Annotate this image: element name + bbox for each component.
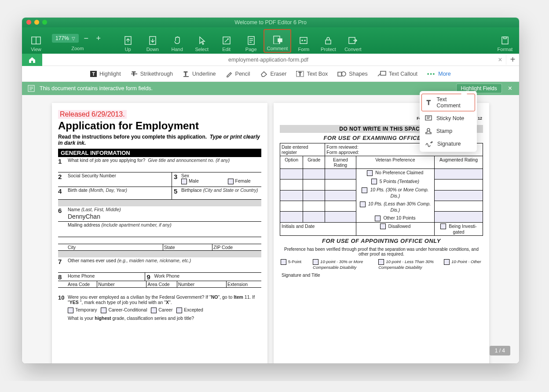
more-tool[interactable]: ••• More: [427, 71, 451, 77]
zoom-out-button[interactable]: −: [81, 34, 91, 43]
tab-close-button[interactable]: ×: [494, 56, 506, 64]
zoom-value: 177%: [55, 35, 69, 41]
page-1: Released 6/29/2013. Application for Empl…: [52, 103, 267, 363]
eraser-tool[interactable]: Eraser: [260, 71, 287, 77]
zoom-in-button[interactable]: +: [94, 34, 103, 43]
window-title: Welcome to PDF Editor 6 Pro: [22, 19, 519, 26]
app-window: Welcome to PDF Editor 6 Pro View 177% ▽ …: [22, 18, 519, 363]
tab-bar: employment-application-form.pdf × +: [22, 54, 519, 66]
underline-icon: T: [183, 70, 190, 77]
notice-close-button[interactable]: ×: [506, 84, 514, 92]
form-button[interactable]: Form: [291, 29, 316, 53]
svg-rect-15: [502, 37, 508, 44]
examining-table: Date entered register Form reviewed:Form…: [280, 143, 483, 236]
zoom-select[interactable]: 177% ▽: [52, 34, 79, 43]
form-instructions: Read the instructions before you complet…: [58, 134, 261, 146]
text-comment-item[interactable]: T Text Comment: [421, 94, 475, 111]
svg-point-12: [304, 40, 305, 41]
sticky-note-item[interactable]: Sticky Note: [420, 112, 477, 125]
page-counter: 1 / 4: [490, 346, 510, 355]
main-toolbar: View 177% ▽ − + Zoom Up Down Hand: [22, 27, 519, 54]
pencil-tool[interactable]: Pencil: [226, 70, 250, 77]
underline-tool[interactable]: T Underline: [183, 70, 216, 77]
more-icon: •••: [427, 71, 436, 77]
protect-button[interactable]: Protect: [316, 29, 340, 53]
strikethrough-tool[interactable]: T Strikethrough: [131, 70, 173, 77]
svg-point-11: [302, 40, 303, 41]
signature-item[interactable]: Signature: [420, 138, 477, 150]
comment-toolbar: T Highlight T Strikethrough T Underline …: [22, 66, 519, 82]
svg-text:T: T: [299, 72, 301, 77]
traffic-lights[interactable]: [26, 20, 47, 25]
page-button[interactable]: Page: [239, 29, 264, 53]
convert-button[interactable]: Convert: [340, 29, 365, 53]
svg-text:T: T: [427, 99, 431, 106]
form-icon: [27, 85, 35, 92]
textbox-icon: T: [296, 71, 304, 77]
svg-rect-10: [300, 37, 307, 44]
stamp-item[interactable]: Stamp: [420, 125, 477, 138]
comment-button[interactable]: Comment: [264, 29, 292, 53]
svg-point-34: [427, 128, 430, 131]
callout-tool[interactable]: Text Callout: [377, 71, 417, 77]
eraser-icon: [260, 71, 268, 77]
released-stamp: Released 6/29/2013.: [58, 110, 127, 119]
svg-rect-16: [504, 37, 506, 39]
female-checkbox[interactable]: [228, 179, 234, 184]
notice-text: This document contains interactive form …: [40, 85, 452, 92]
svg-rect-13: [326, 40, 331, 44]
svg-rect-25: [381, 71, 386, 75]
minimize-dot[interactable]: [34, 20, 39, 25]
home-button[interactable]: [22, 54, 42, 66]
new-tab-button[interactable]: +: [506, 55, 519, 65]
format-button[interactable]: Format: [493, 29, 517, 53]
hand-button[interactable]: Hand: [165, 29, 190, 53]
highlight-tool[interactable]: T Highlight: [90, 71, 121, 77]
titlebar: Welcome to PDF Editor 6 Pro: [22, 18, 519, 27]
pencil-icon: [226, 70, 233, 77]
strikethrough-icon: T: [131, 70, 138, 77]
highlight-icon: T: [90, 71, 97, 77]
svg-rect-31: [425, 116, 432, 120]
close-dot[interactable]: [26, 20, 31, 25]
select-button[interactable]: Select: [190, 29, 214, 53]
view-button[interactable]: View: [24, 29, 48, 53]
stamp-icon: [425, 128, 432, 135]
chevron-down-icon: ▽: [72, 36, 75, 41]
male-checkbox[interactable]: [181, 179, 187, 184]
sticky-icon: [425, 115, 432, 121]
text-icon: T: [425, 99, 432, 106]
down-button[interactable]: Down: [140, 29, 165, 53]
section-header: GENERAL INFORMATION: [58, 149, 261, 157]
up-button[interactable]: Up: [116, 29, 140, 53]
textbox-tool[interactable]: T Text Box: [296, 71, 328, 77]
svg-text:T: T: [184, 70, 187, 77]
tab-filename[interactable]: employment-application-form.pdf: [42, 57, 494, 63]
view-label: View: [31, 47, 41, 52]
zoom-label: Zoom: [71, 46, 84, 51]
shapes-tool[interactable]: Shapes: [337, 71, 367, 77]
zoom-dot[interactable]: [42, 20, 47, 25]
home-icon: [28, 56, 36, 63]
name-field[interactable]: DennyChan: [68, 212, 260, 221]
callout-icon: [377, 71, 386, 77]
more-dropdown: T Text Comment Sticky Note Stamp Signatu…: [420, 91, 477, 152]
shapes-icon: [337, 71, 346, 77]
edit-button[interactable]: Edit: [214, 29, 239, 53]
signature-icon: [425, 141, 433, 147]
form-title: Application for Employment: [58, 120, 261, 132]
